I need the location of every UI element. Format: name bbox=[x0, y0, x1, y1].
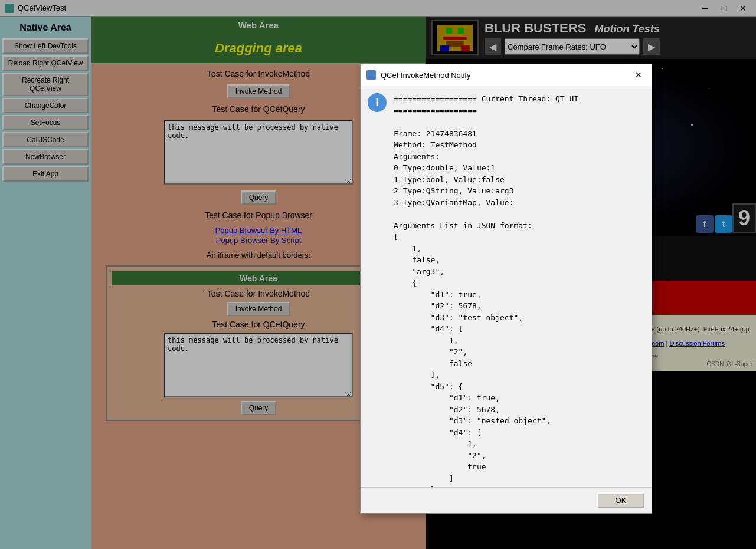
ok-button[interactable]: OK bbox=[597, 492, 644, 508]
dialog-icon bbox=[366, 70, 376, 80]
dialog-content: ================== Current Thread: QT_UI… bbox=[394, 93, 644, 480]
dialog-titlebar: QCef InvokeMethod Notify ✕ bbox=[361, 64, 652, 86]
dialog-line-1: ================== Current Thread: QT_UI… bbox=[394, 94, 578, 487]
dialog-body: i ================== Current Thread: QT_… bbox=[361, 86, 652, 487]
dialog: QCef InvokeMethod Notify ✕ i ===========… bbox=[360, 64, 652, 514]
dialog-title-text: QCef InvokeMethod Notify bbox=[381, 71, 470, 80]
dialog-info-icon: i bbox=[368, 93, 387, 112]
dialog-title-left: QCef InvokeMethod Notify bbox=[366, 70, 470, 80]
dialog-overlay: QCef InvokeMethod Notify ✕ i ===========… bbox=[0, 0, 756, 549]
dialog-close-button[interactable]: ✕ bbox=[631, 68, 646, 82]
dialog-footer: OK bbox=[361, 487, 652, 513]
